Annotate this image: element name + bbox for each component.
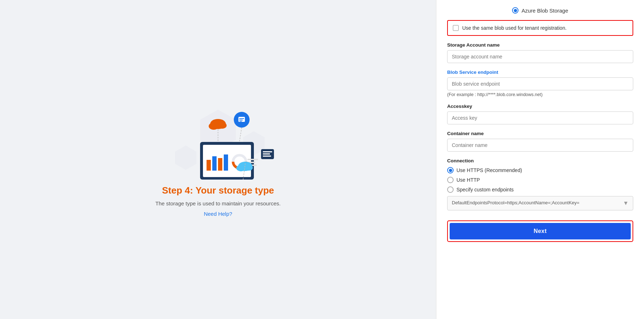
https-radio[interactable] (447, 167, 454, 173)
connection-label: Connection (447, 158, 633, 163)
svg-rect-6 (212, 156, 217, 171)
same-blob-checkbox-label: Use the same blob used for tenant regist… (462, 25, 567, 31)
svg-rect-31 (263, 156, 271, 157)
svg-rect-18 (238, 117, 245, 122)
svg-rect-19 (239, 118, 244, 119)
svg-marker-2 (175, 146, 196, 170)
svg-point-23 (236, 165, 246, 171)
svg-rect-30 (263, 153, 270, 154)
connection-section: Connection Use HTTPS (Recommended) Use H… (447, 158, 633, 210)
same-blob-checkbox[interactable] (453, 25, 459, 31)
custom-radio[interactable] (447, 186, 454, 193)
svg-rect-29 (263, 151, 272, 152)
next-button[interactable]: Next (450, 223, 631, 239)
blob-endpoint-group: Blob Service endpoint (For example : htt… (447, 70, 633, 97)
container-name-label: Container name (447, 131, 633, 136)
azure-blob-label: Azure Blob Storage (521, 8, 568, 14)
step-title: Step 4: Your storage type (162, 185, 274, 196)
https-label: Use HTTPS (Recommended) (456, 167, 522, 173)
container-name-input[interactable] (447, 139, 633, 152)
svg-rect-8 (224, 154, 228, 171)
illustration (161, 103, 275, 185)
expand-icon[interactable]: ▼ (623, 200, 629, 206)
http-label: Use HTTP (456, 177, 480, 183)
need-help-link[interactable]: Need Help? (204, 211, 232, 217)
svg-rect-20 (239, 120, 243, 120)
svg-rect-11 (247, 159, 258, 160)
custom-label: Specify custom endpoints (456, 187, 514, 192)
connection-https-option[interactable]: Use HTTPS (Recommended) (447, 167, 633, 173)
connection-custom-option[interactable]: Specify custom endpoints (447, 186, 633, 193)
svg-rect-21 (240, 121, 242, 122)
svg-point-16 (218, 122, 227, 129)
access-key-group: Accesskey (447, 104, 633, 124)
storage-account-label: Storage Account name (447, 42, 633, 48)
blob-endpoint-label: Blob Service endpoint (447, 70, 633, 75)
access-key-label: Accesskey (447, 104, 633, 109)
azure-blob-header: Azure Blob Storage (447, 7, 633, 14)
step-desc: The storage type is used to maintain you… (155, 200, 280, 206)
svg-rect-5 (207, 160, 211, 171)
blob-endpoint-input[interactable] (447, 77, 633, 90)
blob-endpoint-hint: (For example : http://****.blob.core.win… (447, 92, 633, 97)
next-button-wrapper: Next (447, 220, 633, 242)
azure-blob-radio[interactable] (512, 7, 518, 14)
svg-point-15 (209, 123, 219, 130)
left-panel: Step 4: Your storage type The storage ty… (0, 0, 436, 319)
svg-point-24 (245, 165, 253, 171)
connection-http-option[interactable]: Use HTTP (447, 177, 633, 183)
container-name-group: Container name (447, 131, 633, 152)
svg-rect-7 (218, 158, 222, 171)
storage-account-group: Storage Account name (447, 42, 633, 63)
right-panel: Azure Blob Storage Use the same blob use… (436, 0, 644, 319)
storage-account-input[interactable] (447, 50, 633, 63)
http-radio[interactable] (447, 177, 454, 183)
connection-string-text: DefaultEndpointsProtocol=https;AccountNa… (452, 200, 579, 205)
svg-line-25 (240, 128, 242, 141)
access-key-input[interactable] (447, 111, 633, 124)
same-blob-checkbox-box[interactable]: Use the same blob used for tenant regist… (447, 20, 633, 36)
connection-string-box: DefaultEndpointsProtocol=https;AccountNa… (447, 196, 633, 210)
